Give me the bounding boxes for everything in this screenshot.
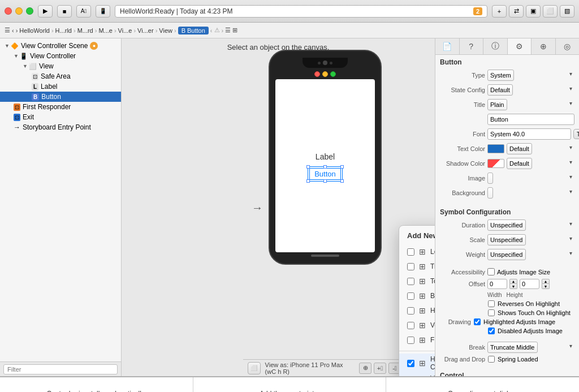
annotation-1: Center horizontally and vertically. [0, 377, 193, 392]
breadcrumb-grid-icon[interactable]: ⊞ [232, 27, 237, 34]
sidebar-item-storyboard[interactable]: → Storyboard Entry Point [0, 122, 121, 132]
nav-back[interactable]: ‹ [12, 27, 14, 34]
breadcrumb-item-7[interactable]: View [159, 27, 172, 34]
shadowcolor-swatch[interactable] [487, 159, 504, 168]
highlighted-label: Highlighted Adjusts Image [483, 318, 555, 325]
trailing-checkbox[interactable] [407, 263, 414, 270]
tab-size[interactable]: ⊕ [532, 38, 556, 54]
sidebar-item-firstresponder[interactable]: ⊡ First Responder [0, 102, 121, 112]
destination-button[interactable]: 📱 [96, 5, 110, 18]
minimize-button[interactable] [15, 7, 23, 15]
baselines-checkbox[interactable] [407, 337, 414, 344]
stateconfig-select[interactable]: Default [487, 84, 513, 96]
leading-icon: ⊞ [419, 247, 426, 256]
bottom-checkbox[interactable] [407, 292, 414, 300]
textcolor-swatch[interactable] [487, 144, 504, 153]
zoom-add-btn[interactable]: +⃞ [374, 363, 386, 374]
sidebar-item-button[interactable]: B Button [0, 92, 121, 102]
top-checkbox[interactable] [407, 278, 414, 285]
add-button[interactable]: + [492, 5, 507, 18]
vcontainer-label: Vertically in Container [430, 374, 435, 376]
editor-button[interactable]: ▣ [526, 5, 541, 18]
sidebar-item-safearea[interactable]: ⊡ Safe Area [0, 71, 121, 81]
shows-checkbox[interactable] [488, 309, 495, 316]
inspector-break-row: Break Truncate Middle [435, 340, 579, 355]
vcenters-icon: ⊞ [419, 321, 426, 330]
breadcrumb-item-3[interactable]: M...rd [77, 27, 93, 34]
leading-checkbox[interactable] [407, 248, 414, 256]
offset-x-down[interactable]: ▼ [509, 284, 517, 289]
sidebar-item-label[interactable]: L Label [0, 81, 121, 92]
duration-select[interactable]: Unspecified [487, 219, 526, 231]
viewas-device-btn[interactable]: ⬜ [248, 362, 261, 374]
highlighted-checkbox[interactable] [474, 318, 481, 325]
panels-button[interactable]: ▧ [560, 5, 574, 18]
bg-select[interactable] [487, 187, 493, 199]
sidebar-item-exit[interactable]: ⊡ Exit [0, 112, 121, 122]
tab-quick-help[interactable]: ? [460, 38, 484, 54]
sidebar-item-viewcontroller[interactable]: ▼ 📱 View Controller [0, 51, 121, 61]
scale-label: Scale [440, 236, 485, 243]
scale-select[interactable]: Unspecified [487, 234, 526, 245]
reverses-label: Reverses On Highlight [498, 300, 560, 307]
adjusts-image-size-checkbox[interactable] [487, 268, 495, 275]
breadcrumb-item-5[interactable]: Vi...e [118, 27, 132, 34]
break-select[interactable]: Truncate Middle [487, 342, 538, 353]
sidebar-item-view[interactable]: ▼ ⬜ View [0, 61, 121, 71]
break-label: Break [440, 344, 485, 351]
image-select[interactable] [487, 173, 493, 184]
filter-input[interactable] [3, 364, 118, 374]
window-button[interactable]: ⬜ [543, 5, 558, 18]
hcontainer-checkbox[interactable] [407, 360, 414, 367]
play-button[interactable]: ▶ [38, 5, 53, 18]
breadcrumb-item-2[interactable]: H...rld [55, 27, 72, 34]
maximize-button[interactable] [26, 7, 33, 15]
popup-row-vcontainer: ⊞ Vertically in Container [399, 373, 435, 376]
stop-icon: ■ [63, 8, 67, 15]
close-button[interactable] [5, 7, 12, 15]
canvas-button[interactable]: Button [309, 168, 341, 180]
warning-badge: 2 [473, 7, 482, 15]
inspector-shows-row: Shows Touch On Highlight [435, 308, 579, 317]
textcolor-select[interactable]: Default [507, 143, 532, 154]
offset-x-input[interactable] [487, 279, 507, 289]
breadcrumb-item-6[interactable]: Vi...er [137, 27, 154, 34]
status-dots [314, 71, 336, 77]
font-input[interactable] [487, 128, 571, 140]
nav-forward[interactable]: › [16, 27, 18, 34]
offset-y-down[interactable]: ▼ [542, 284, 550, 289]
breadcrumb-item-4[interactable]: M...e [98, 27, 112, 34]
tab-identity[interactable]: ⓘ [483, 38, 508, 54]
offset-y-up[interactable]: ▲ [542, 279, 550, 284]
image-label: Image [440, 175, 485, 182]
breadcrumb-list-icon[interactable]: ☰ [225, 27, 231, 34]
popup-row-baselines: ⊞ First Baselines [399, 333, 435, 347]
offset-y-input[interactable] [520, 279, 539, 289]
springloaded-checkbox[interactable] [488, 356, 495, 363]
layout-toggle[interactable]: ⇄ [509, 5, 524, 18]
inspector-offset-row: Offset ▲ ▼ ▲ ▼ [435, 277, 579, 291]
breadcrumb-item-1[interactable]: HelloWorld [19, 27, 50, 34]
type-select[interactable]: System [487, 70, 514, 81]
scheme-button[interactable]: A⃣ [76, 5, 91, 18]
vcenters-checkbox[interactable] [407, 322, 414, 329]
tab-attributes[interactable]: ⚙ [508, 38, 532, 54]
font-T-button[interactable]: T [573, 129, 579, 139]
title-select[interactable]: Plain [487, 99, 507, 110]
zoom-fit-btn[interactable]: ⊕ [359, 363, 371, 374]
disabled-checkbox[interactable] [488, 328, 495, 334]
inspector-adjusts-row: Accessibility Adjusts Image Size [435, 266, 579, 277]
reverses-checkbox[interactable] [488, 300, 495, 307]
inspector-wh-header: Width Height [435, 291, 579, 299]
title-text-input[interactable] [487, 114, 574, 125]
offset-x-up[interactable]: ▲ [509, 279, 517, 284]
stop-button[interactable]: ■ [57, 5, 72, 18]
weight-select[interactable]: Unspecified [487, 249, 526, 260]
tab-file[interactable]: 📄 [435, 38, 460, 54]
tab-connections[interactable]: ◎ [556, 38, 580, 54]
shadowcolor-select[interactable]: Default [507, 158, 532, 169]
sidebar-item-scene[interactable]: ▼ 🔶 View Controller Scene ● [0, 41, 121, 51]
device-frame: Label Button [269, 50, 382, 265]
breadcrumb-item-button[interactable]: B Button [178, 27, 209, 35]
hcenters-checkbox[interactable] [407, 307, 414, 315]
